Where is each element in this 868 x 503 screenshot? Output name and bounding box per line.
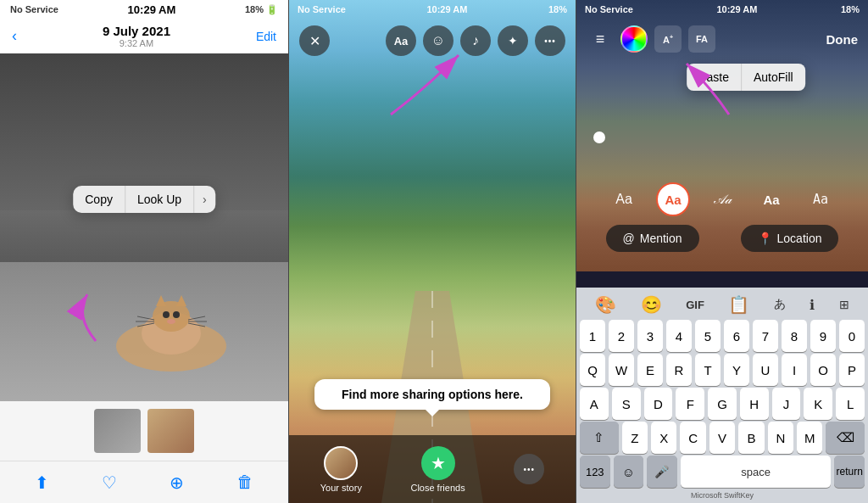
key-o[interactable]: O [810,354,836,386]
key-t[interactable]: T [695,354,721,386]
mention-button[interactable]: @ Mention [606,225,699,252]
editor-right-icons: Done [826,32,859,47]
key-9[interactable]: 9 [810,320,836,352]
emoji-keyboard-icon[interactable]: 😊 [641,294,662,315]
status-right-2: 18% [548,4,567,14]
grid-icon[interactable]: ⊞ [839,298,849,311]
key-1[interactable]: 1 [580,320,605,352]
font-size-button[interactable]: A+ [654,25,682,53]
share-button[interactable]: ⬆ [35,472,49,493]
status-left-1: No Service [10,4,58,14]
key-k[interactable]: K [804,388,832,420]
close-friends-button[interactable]: ★ Close friends [410,446,465,493]
key-6[interactable]: 6 [724,320,749,352]
nav-title: 9 July 2021 9:32 AM [103,24,170,48]
svg-marker-3 [156,295,166,306]
key-w[interactable]: W [609,354,634,386]
thumbnail-1[interactable] [94,409,141,453]
editor-left-icons: ≡ A+ FA [587,25,715,53]
key-z[interactable]: Z [622,422,648,454]
story-bottom-bar: Your story ★ Close friends ••• [289,435,576,503]
translate-icon[interactable]: あ [774,297,786,312]
key-e[interactable]: E [637,354,663,386]
backspace-key[interactable]: ⌫ [826,422,865,454]
key-4[interactable]: 4 [666,320,692,352]
key-x[interactable]: X [651,422,676,454]
more-tools-button[interactable]: ••• [535,25,565,56]
key-v[interactable]: V [709,422,735,454]
key-5[interactable]: 5 [695,320,721,352]
key-r[interactable]: R [666,354,692,386]
bottom-row: 123 ☺ 🎤 space return [580,455,865,488]
emoji-key[interactable]: ☺ [614,455,644,488]
return-key[interactable]: return [834,455,865,488]
key-8[interactable]: 8 [782,320,807,352]
font-option-1[interactable]: Aa [607,182,641,216]
font-option-5[interactable]: Aa [804,182,837,216]
mic-key[interactable]: 🎤 [647,455,677,488]
font-style-button[interactable]: FA [688,25,715,53]
key-f[interactable]: F [676,388,704,420]
status-bar-3: No Service 10:29 AM 18% [576,0,868,19]
back-button[interactable]: ‹ [12,27,17,45]
font-option-2-active[interactable]: Aa [656,182,690,216]
location-button[interactable]: 📍 Location [741,225,839,252]
edit-button[interactable]: Edit [256,30,276,43]
key-s[interactable]: S [612,388,641,420]
key-q[interactable]: Q [580,354,605,386]
story-close-button[interactable]: ✕ [299,25,330,56]
key-c[interactable]: C [680,422,705,454]
key-g[interactable]: G [708,388,737,420]
svg-point-7 [167,319,175,324]
menu-button[interactable]: ≡ [587,25,614,53]
key-i[interactable]: I [782,354,807,386]
key-y[interactable]: Y [724,354,749,386]
key-0[interactable]: 0 [839,320,865,352]
gif-button[interactable]: GIF [686,299,704,311]
space-key[interactable]: space [681,455,832,488]
mention-location-row: @ Mention 📍 Location [576,225,868,252]
clipboard-icon[interactable]: 📋 [728,294,749,315]
lookup-button[interactable]: Look Up [125,186,194,213]
status-right-3: 18% [841,4,860,14]
editor-top-bar: ≡ A+ FA Done [576,19,868,59]
shift-key[interactable]: ⇧ [580,422,619,454]
story-more-button[interactable]: ••• [514,454,544,484]
key-p[interactable]: P [839,354,865,386]
info-icon[interactable]: ℹ [810,297,815,313]
font-option-3[interactable]: 𝒜𝒶 [705,182,739,216]
key-u[interactable]: U [753,354,778,386]
key-l[interactable]: L [836,388,865,420]
photo-area: Copy Look Up › [0,53,288,401]
key-j[interactable]: J [772,388,801,420]
done-button[interactable]: Done [826,32,859,47]
effects-tool-button[interactable]: ✦ [498,25,528,56]
multicolor-icon[interactable]: 🎨 [595,294,616,315]
thumbnail-2[interactable] [147,409,194,453]
key-3[interactable]: 3 [637,320,663,352]
key-2[interactable]: 2 [609,320,634,352]
qwerty-row: Q W E R T Y U I O P [580,354,865,386]
color-picker-button[interactable] [620,25,648,53]
font-option-4[interactable]: Aa [754,182,788,216]
your-story-avatar [324,446,358,480]
status-left-3: No Service [585,4,633,14]
heart-button[interactable]: ♡ [102,472,117,493]
more-options-arrow[interactable]: › [194,186,215,213]
key-h[interactable]: H [740,388,769,420]
key-d[interactable]: D [644,388,673,420]
copy-button[interactable]: Copy [73,186,125,213]
status-left-2: No Service [298,4,346,14]
key-b[interactable]: B [738,422,764,454]
asdf-row: A S D F G H J K L [580,388,865,420]
numbers-key[interactable]: 123 [580,455,610,488]
delete-button[interactable]: 🗑 [236,472,253,492]
your-story-button[interactable]: Your story [320,446,362,493]
status-center-2: 10:29 AM [426,4,467,14]
context-menu[interactable]: Copy Look Up › [73,186,215,213]
key-m[interactable]: M [797,422,822,454]
add-to-album-button[interactable]: ⊕ [170,472,184,493]
key-n[interactable]: N [768,422,793,454]
key-a[interactable]: A [580,388,609,420]
key-7[interactable]: 7 [753,320,778,352]
